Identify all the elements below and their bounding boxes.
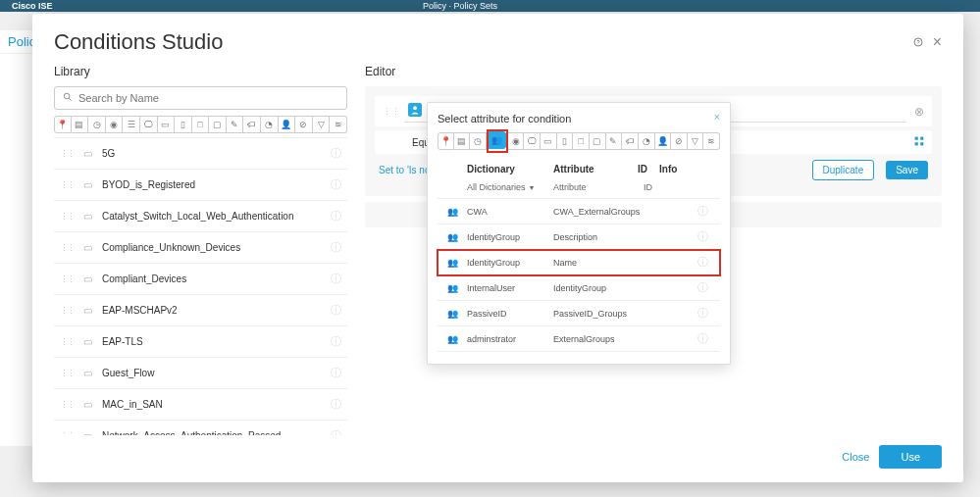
- clock-filter-icon[interactable]: ◷: [88, 116, 106, 133]
- badge-filter-icon[interactable]: ☰: [123, 116, 140, 133]
- clock2-filter-icon[interactable]: ◔: [261, 116, 279, 133]
- close-button[interactable]: Close: [842, 451, 869, 463]
- info-icon[interactable]: ⓘ: [697, 331, 708, 346]
- gauge-filter-icon[interactable]: ◉: [508, 132, 525, 150]
- identity-icon: 👥: [447, 334, 467, 344]
- info-icon[interactable]: ⓘ: [697, 229, 708, 244]
- drag-handle-icon[interactable]: ⋮⋮: [60, 337, 74, 347]
- svg-rect-5: [915, 137, 918, 140]
- library-search-input[interactable]: [78, 92, 338, 104]
- library-item[interactable]: ⋮⋮▭EAP-MSCHAPv2ⓘ: [54, 295, 347, 326]
- info-icon[interactable]: ⓘ: [331, 366, 341, 380]
- library-search[interactable]: [54, 86, 347, 110]
- use-button[interactable]: Use: [879, 445, 942, 469]
- svg-rect-8: [920, 142, 923, 145]
- drag-handle-icon[interactable]: ⋮⋮: [60, 400, 74, 410]
- duplicate-button[interactable]: Duplicate: [812, 160, 875, 180]
- attribute-row[interactable]: 👥CWACWA_ExternalGroupsⓘ: [438, 199, 720, 224]
- save-button[interactable]: Save: [886, 161, 928, 179]
- funnel-filter-icon[interactable]: ▽: [313, 116, 331, 133]
- tag-filter-icon[interactable]: 🏷: [243, 116, 261, 133]
- clear-attribute-icon[interactable]: ⊗: [914, 105, 924, 119]
- library-item[interactable]: ⋮⋮▭Catalyst_Switch_Local_Web_Authenticat…: [54, 201, 347, 232]
- help-icon[interactable]: ?: [913, 34, 923, 50]
- identity-filter-icon[interactable]: 👥: [489, 131, 506, 149]
- header-attribute: Attribute: [553, 164, 638, 174]
- row-attribute: Name: [553, 258, 697, 268]
- dictionary-filter-label: All Dictionaries: [467, 182, 526, 192]
- attribute-row[interactable]: 👥PassiveIDPassiveID_Groupsⓘ: [438, 301, 720, 326]
- id-filter-input[interactable]: ID: [644, 182, 708, 192]
- drag-handle-icon[interactable]: ⋮⋮: [60, 212, 74, 222]
- grid-view-icon[interactable]: [914, 136, 924, 148]
- attribute-row[interactable]: 👥InternalUserIdentityGroupⓘ: [438, 275, 720, 301]
- dictionary-filter-select[interactable]: All Dictionaries ▾: [467, 182, 547, 192]
- pin-filter-icon[interactable]: 📍: [438, 132, 454, 150]
- attribute-row[interactable]: 👥adminstratorExternalGroupsⓘ: [438, 326, 720, 352]
- square-filter-icon[interactable]: ▢: [590, 132, 606, 150]
- drag-handle-icon[interactable]: ⋮⋮: [60, 274, 74, 284]
- wifi-filter-icon[interactable]: ≋: [330, 116, 347, 133]
- list-filter-icon[interactable]: ▤: [454, 132, 471, 150]
- drag-handle-icon[interactable]: ⋮⋮: [60, 243, 74, 253]
- user-filter-icon[interactable]: 👤: [655, 132, 672, 150]
- pencil-filter-icon[interactable]: ✎: [227, 116, 244, 133]
- drag-handle-icon[interactable]: ⋮⋮: [60, 149, 74, 159]
- info-icon[interactable]: ⓘ: [331, 428, 341, 435]
- ban-filter-icon[interactable]: ⊘: [295, 116, 313, 133]
- library-item[interactable]: ⋮⋮▭Compliance_Unknown_Devicesⓘ: [54, 232, 347, 264]
- info-icon[interactable]: ⓘ: [331, 397, 341, 412]
- info-icon[interactable]: ⓘ: [331, 303, 341, 318]
- library-item[interactable]: ⋮⋮▭Network_Access_Authentication_Passedⓘ: [54, 421, 347, 435]
- info-icon[interactable]: ⓘ: [697, 280, 708, 295]
- library-item[interactable]: ⋮⋮▭MAC_in_SANⓘ: [54, 389, 347, 421]
- attribute-filter-input[interactable]: Attribute: [553, 182, 638, 192]
- library-item[interactable]: ⋮⋮▭5Gⓘ: [54, 138, 347, 170]
- popup-close-icon[interactable]: ×: [714, 111, 720, 123]
- doc-filter-icon[interactable]: □: [192, 116, 210, 133]
- search-icon: [63, 92, 73, 104]
- library-item[interactable]: ⋮⋮▭BYOD_is_Registeredⓘ: [54, 170, 347, 201]
- clock-filter-icon[interactable]: ◷: [470, 132, 487, 150]
- info-icon[interactable]: ⓘ: [331, 334, 341, 349]
- info-icon[interactable]: ⓘ: [697, 204, 708, 219]
- device-filter-icon[interactable]: ▭: [541, 132, 557, 150]
- square-filter-icon[interactable]: ▢: [209, 116, 227, 133]
- pin-filter-icon[interactable]: 📍: [54, 116, 72, 133]
- info-icon[interactable]: ⓘ: [331, 272, 341, 286]
- info-icon[interactable]: ⓘ: [331, 240, 341, 255]
- info-icon[interactable]: ⓘ: [697, 306, 708, 321]
- drag-icon[interactable]: ⋮⋮: [383, 107, 404, 117]
- attribute-row[interactable]: 👥IdentityGroupDescriptionⓘ: [438, 224, 720, 250]
- doc-filter-icon[interactable]: □: [573, 132, 590, 150]
- info-icon[interactable]: ⓘ: [331, 177, 341, 192]
- info-icon[interactable]: ⓘ: [331, 209, 341, 224]
- drag-handle-icon[interactable]: ⋮⋮: [60, 306, 74, 316]
- gauge-filter-icon[interactable]: ◉: [106, 116, 124, 133]
- info-icon[interactable]: ⓘ: [697, 255, 708, 270]
- monitor-filter-icon[interactable]: 🖵: [140, 116, 158, 133]
- ban-filter-icon[interactable]: ⊘: [671, 132, 688, 150]
- tag-filter-icon[interactable]: 🏷: [622, 132, 639, 150]
- pencil-filter-icon[interactable]: ✎: [606, 132, 623, 150]
- list-filter-icon[interactable]: ▤: [72, 116, 89, 133]
- svg-point-2: [64, 93, 70, 99]
- file-filter-icon[interactable]: ▯: [557, 132, 574, 150]
- funnel-filter-icon[interactable]: ▽: [688, 132, 704, 150]
- device-filter-icon[interactable]: ▭: [158, 116, 176, 133]
- identity-icon: [408, 103, 422, 117]
- library-item[interactable]: ⋮⋮▭Guest_Flowⓘ: [54, 358, 347, 389]
- library-item[interactable]: ⋮⋮▭EAP-TLSⓘ: [54, 326, 347, 358]
- file-filter-icon[interactable]: ▯: [175, 116, 192, 133]
- monitor-filter-icon[interactable]: 🖵: [524, 132, 541, 150]
- wifi-filter-icon[interactable]: ≋: [703, 132, 720, 150]
- info-icon[interactable]: ⓘ: [331, 146, 341, 161]
- close-modal-icon[interactable]: ×: [933, 33, 942, 51]
- clock2-filter-icon[interactable]: ◔: [639, 132, 655, 150]
- user-filter-icon[interactable]: 👤: [279, 116, 296, 133]
- header-dictionary: Dictionary: [467, 164, 553, 174]
- library-item[interactable]: ⋮⋮▭Compliant_Devicesⓘ: [54, 264, 347, 295]
- drag-handle-icon[interactable]: ⋮⋮: [60, 180, 74, 190]
- drag-handle-icon[interactable]: ⋮⋮: [60, 369, 74, 378]
- attribute-row[interactable]: 👥IdentityGroupNameⓘ: [438, 250, 720, 275]
